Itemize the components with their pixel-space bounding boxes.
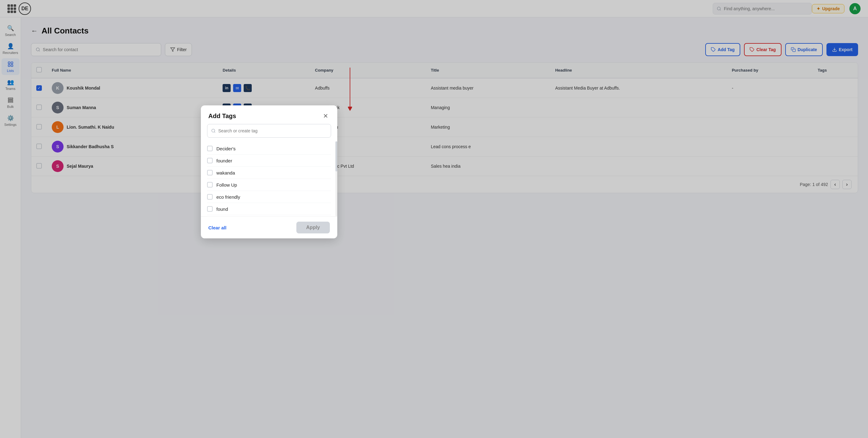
tag-item[interactable]: founder [207, 155, 331, 167]
modal-overlay[interactable]: Add Tags ✕ Decider's founder wakanda Fol… [0, 0, 868, 438]
tag-checkbox[interactable] [207, 170, 213, 176]
tag-item[interactable]: eco friendly [207, 191, 331, 203]
tag-search-input[interactable] [218, 128, 327, 133]
tag-label: eco friendly [216, 194, 240, 199]
modal-footer: Clear all Apply [201, 216, 337, 239]
tag-item[interactable]: wakanda [207, 167, 331, 179]
tag-checkbox[interactable] [207, 194, 213, 199]
tag-label: found [216, 207, 228, 212]
modal-header: Add Tags ✕ [201, 105, 337, 124]
tag-checkbox[interactable] [207, 158, 213, 163]
add-tags-modal: Add Tags ✕ Decider's founder wakanda Fol… [201, 105, 337, 239]
tag-label: Decider's [216, 146, 236, 151]
svg-line-17 [214, 132, 215, 133]
tag-checkbox[interactable] [207, 206, 213, 212]
tag-checkbox[interactable] [207, 146, 213, 151]
modal-title: Add Tags [208, 113, 236, 120]
apply-button[interactable]: Apply [297, 222, 330, 233]
tags-list: Decider's founder wakanda Follow Up eco … [201, 142, 337, 216]
tag-label: wakanda [216, 170, 235, 176]
tag-search[interactable] [207, 124, 331, 137]
clear-all-button[interactable]: Clear all [208, 225, 226, 230]
tag-item[interactable]: Decider's [207, 143, 331, 155]
tag-checkbox[interactable] [207, 182, 213, 188]
svg-point-16 [212, 129, 215, 132]
tag-item[interactable]: Follow Up [207, 179, 331, 191]
modal-close-button[interactable]: ✕ [321, 112, 330, 120]
tag-label: Follow Up [216, 182, 237, 188]
search-icon [211, 128, 216, 133]
tag-item[interactable]: found [207, 203, 331, 215]
tag-label: founder [216, 158, 232, 163]
